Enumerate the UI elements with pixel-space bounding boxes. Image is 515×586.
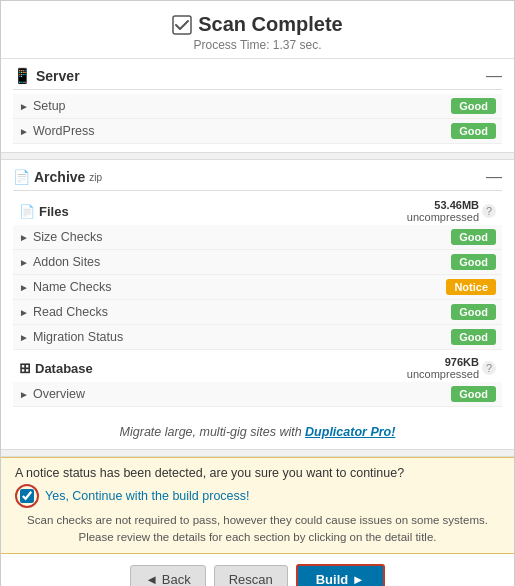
- duplicator-pro-link[interactable]: Duplicator Pro!: [305, 425, 395, 439]
- size-checks-arrow-icon: ►: [19, 232, 29, 243]
- database-row: ⊞ Database 976KB uncompressed ?: [13, 350, 502, 382]
- migration-status-arrow-icon: ►: [19, 332, 29, 343]
- section-divider-1: [1, 152, 514, 160]
- server-section-header: 📱 Server ―: [13, 59, 502, 90]
- page-title: Scan Complete: [1, 13, 514, 36]
- archive-icon: 📄: [13, 169, 30, 185]
- rescan-button[interactable]: Rescan: [214, 565, 288, 587]
- notice-checkbox-wrap: [15, 484, 39, 508]
- wordpress-badge: Good: [451, 123, 496, 139]
- read-checks-badge: Good: [451, 304, 496, 320]
- overview-row[interactable]: ► Overview Good: [13, 382, 502, 407]
- name-checks-row[interactable]: ► Name Checks Notice: [13, 275, 502, 300]
- server-section-title: 📱 Server: [13, 67, 80, 85]
- wordpress-arrow-icon: ►: [19, 126, 29, 137]
- setup-badge: Good: [451, 98, 496, 114]
- back-button[interactable]: ◄ Back: [130, 565, 205, 587]
- migration-status-badge: Good: [451, 329, 496, 345]
- addon-sites-badge: Good: [451, 254, 496, 270]
- files-icon: 📄: [19, 204, 35, 219]
- name-checks-badge: Notice: [446, 279, 496, 295]
- setup-arrow-icon: ►: [19, 101, 29, 112]
- check-icon: [172, 15, 192, 35]
- files-row: 📄 Files 53.46MB uncompressed ?: [13, 195, 502, 225]
- files-help-icon[interactable]: ?: [482, 204, 496, 218]
- addon-sites-row[interactable]: ► Addon Sites Good: [13, 250, 502, 275]
- server-minimize-icon[interactable]: ―: [486, 67, 502, 85]
- read-checks-row[interactable]: ► Read Checks Good: [13, 300, 502, 325]
- archive-section-header: 📄 Archive zip ―: [13, 160, 502, 191]
- archive-section: 📄 Archive zip ― 📄 Files 53.46MB uncompre…: [1, 160, 514, 415]
- continue-checkbox[interactable]: [20, 489, 34, 503]
- overview-arrow-icon: ►: [19, 389, 29, 400]
- database-size: 976KB uncompressed ?: [407, 356, 496, 380]
- section-divider-2: [1, 449, 514, 457]
- database-help-icon[interactable]: ?: [482, 361, 496, 375]
- server-setup-row[interactable]: ► Setup Good: [13, 94, 502, 119]
- server-icon: 📱: [13, 67, 32, 85]
- archive-minimize-icon[interactable]: ―: [486, 168, 502, 186]
- database-icon: ⊞: [19, 360, 31, 376]
- promo-section: Migrate large, multi-gig sites with Dupl…: [1, 415, 514, 449]
- database-label: ⊞ Database: [19, 360, 93, 376]
- continue-checkbox-label[interactable]: Yes, Continue with the build process!: [45, 489, 250, 503]
- notice-bar: A notice status has been detected, are y…: [1, 457, 514, 554]
- size-checks-row[interactable]: ► Size Checks Good: [13, 225, 502, 250]
- notice-bar-title: A notice status has been detected, are y…: [15, 466, 500, 480]
- archive-section-title: 📄 Archive zip: [13, 169, 102, 185]
- build-button[interactable]: Build ►: [296, 564, 385, 587]
- name-checks-arrow-icon: ►: [19, 282, 29, 293]
- footer-buttons: ◄ Back Rescan Build ►: [1, 554, 514, 587]
- notice-checkbox-row: Yes, Continue with the build process!: [15, 484, 500, 508]
- header: Scan Complete Process Time: 1.37 sec.: [1, 1, 514, 59]
- files-label: 📄 Files: [19, 204, 69, 219]
- migration-status-row[interactable]: ► Migration Status Good: [13, 325, 502, 350]
- server-wordpress-row[interactable]: ► WordPress Good: [13, 119, 502, 144]
- addon-sites-arrow-icon: ►: [19, 257, 29, 268]
- files-size: 53.46MB uncompressed ?: [407, 199, 496, 223]
- size-checks-badge: Good: [451, 229, 496, 245]
- notice-description: Scan checks are not required to pass, ho…: [15, 512, 500, 547]
- header-subtitle: Process Time: 1.37 sec.: [1, 38, 514, 52]
- read-checks-arrow-icon: ►: [19, 307, 29, 318]
- overview-badge: Good: [451, 386, 496, 402]
- server-section: 📱 Server ― ► Setup Good ► WordPress Good: [1, 59, 514, 152]
